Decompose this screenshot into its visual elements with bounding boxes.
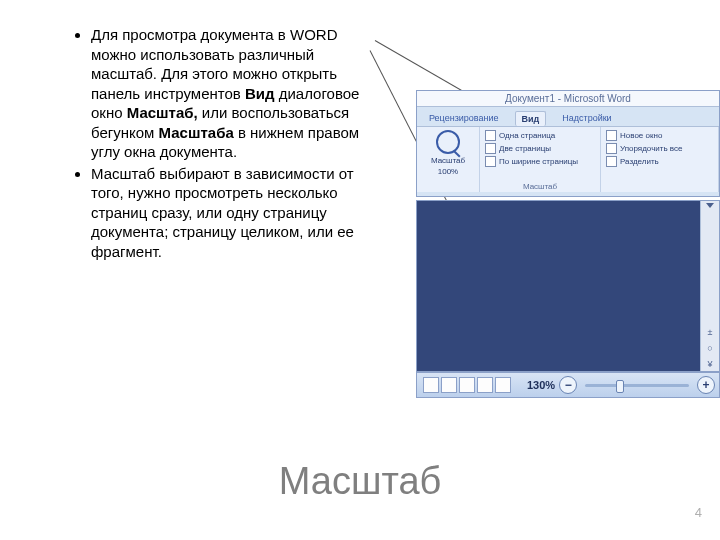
zoom-out-button[interactable]: − bbox=[559, 376, 577, 394]
tab-view[interactable]: Вид bbox=[515, 111, 547, 126]
zoom-button[interactable]: Масштаб 100% bbox=[422, 130, 474, 188]
page-number: 4 bbox=[695, 505, 702, 520]
view-mode-button[interactable] bbox=[441, 377, 457, 393]
new-window-button[interactable]: Новое окно bbox=[606, 130, 713, 141]
zoom-slider-thumb[interactable] bbox=[616, 380, 624, 393]
bullet-2: Масштаб выбирают в зависимости от того, … bbox=[91, 164, 365, 262]
view-mode-button[interactable] bbox=[477, 377, 493, 393]
magnifier-icon bbox=[436, 130, 460, 154]
slide-title: Масштаб bbox=[0, 460, 720, 503]
view-mode-button[interactable] bbox=[423, 377, 439, 393]
vertical-scrollbar[interactable]: ± ○ ¥ bbox=[700, 201, 719, 371]
browse-mark[interactable]: ± bbox=[708, 327, 713, 337]
view-mode-button[interactable] bbox=[459, 377, 475, 393]
doc-title: Документ1 - Microsoft Word bbox=[417, 91, 719, 107]
two-pages-button[interactable]: Две страницы bbox=[485, 143, 595, 154]
tab-review[interactable]: Рецензирование bbox=[423, 111, 505, 126]
one-page-button[interactable]: Одна страница bbox=[485, 130, 595, 141]
bullet-list: Для просмотра документа в WORD можно исп… bbox=[75, 25, 365, 263]
browse-mark[interactable]: ○ bbox=[707, 343, 712, 353]
document-page bbox=[417, 201, 700, 371]
zoom-slider[interactable] bbox=[585, 384, 689, 387]
view-mode-button[interactable] bbox=[495, 377, 511, 393]
zoom-in-button[interactable]: + bbox=[697, 376, 715, 394]
status-bar: 130% − + bbox=[416, 372, 720, 398]
split-button[interactable]: Разделить bbox=[606, 156, 713, 167]
zoom-percentage[interactable]: 130% bbox=[527, 379, 555, 391]
word-ribbon-screenshot: Документ1 - Microsoft Word Рецензировани… bbox=[416, 90, 720, 197]
ribbon-body: Масштаб 100% Одна страница Две страницы … bbox=[417, 126, 719, 192]
group-label-zoom: Масштаб bbox=[480, 182, 600, 191]
bullet-1: Для просмотра документа в WORD можно исп… bbox=[91, 25, 365, 162]
scroll-down-icon[interactable] bbox=[706, 203, 714, 208]
tab-addins[interactable]: Надстройки bbox=[556, 111, 617, 126]
browse-mark[interactable]: ¥ bbox=[707, 359, 712, 369]
arrange-all-button[interactable]: Упорядочить все bbox=[606, 143, 713, 154]
document-viewport: ± ○ ¥ bbox=[416, 200, 720, 372]
page-width-button[interactable]: По ширине страницы bbox=[485, 156, 595, 167]
ribbon-tabs: Рецензирование Вид Надстройки bbox=[417, 107, 719, 126]
